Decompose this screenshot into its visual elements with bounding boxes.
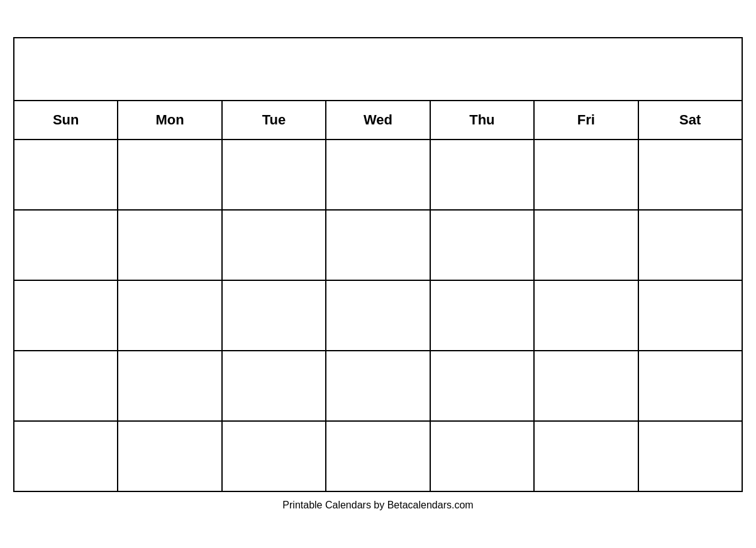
- cell-r1-thu: [431, 140, 535, 209]
- cell-r5-mon: [118, 422, 222, 491]
- calendar-row-2: [14, 211, 742, 281]
- cell-r3-wed: [326, 281, 430, 350]
- cell-r1-sun: [14, 140, 118, 209]
- cell-r3-thu: [431, 281, 535, 350]
- cell-r2-tue: [223, 211, 326, 280]
- cell-r3-sat: [639, 281, 742, 350]
- calendar-row-5: [14, 422, 742, 491]
- header-wed: Wed: [326, 101, 430, 139]
- cell-r5-thu: [431, 422, 535, 491]
- cell-r1-tue: [223, 140, 326, 209]
- header-mon: Mon: [118, 101, 222, 139]
- cell-r1-wed: [326, 140, 430, 209]
- cell-r5-sun: [14, 422, 118, 491]
- calendar-row-4: [14, 351, 742, 422]
- cell-r2-fri: [535, 211, 638, 280]
- calendar-body: [14, 140, 742, 491]
- cell-r4-fri: [535, 351, 638, 420]
- header-thu: Thu: [431, 101, 535, 139]
- cell-r2-sun: [14, 211, 118, 280]
- calendar-title-row: [14, 38, 742, 101]
- cell-r2-mon: [118, 211, 222, 280]
- cell-r5-sat: [639, 422, 742, 491]
- cell-r4-sat: [639, 351, 742, 420]
- cell-r2-sat: [639, 211, 742, 280]
- cell-r3-fri: [535, 281, 638, 350]
- cell-r3-tue: [223, 281, 326, 350]
- cell-r4-thu: [431, 351, 535, 420]
- calendar-row-3: [14, 281, 742, 351]
- header-sun: Sun: [14, 101, 118, 139]
- cell-r3-mon: [118, 281, 222, 350]
- cell-r1-fri: [535, 140, 638, 209]
- cell-r4-sun: [14, 351, 118, 420]
- cell-r4-mon: [118, 351, 222, 420]
- calendar-header-row: Sun Mon Tue Wed Thu Fri Sat: [14, 101, 742, 140]
- cell-r2-wed: [326, 211, 430, 280]
- cell-r1-sat: [639, 140, 742, 209]
- header-sat: Sat: [639, 101, 742, 139]
- cell-r3-sun: [14, 281, 118, 350]
- calendar-wrapper: Sun Mon Tue Wed Thu Fri Sat: [13, 37, 743, 511]
- cell-r4-wed: [326, 351, 430, 420]
- header-fri: Fri: [535, 101, 638, 139]
- calendar-container: Sun Mon Tue Wed Thu Fri Sat: [13, 37, 743, 492]
- cell-r5-fri: [535, 422, 638, 491]
- cell-r5-wed: [326, 422, 430, 491]
- calendar-row-1: [14, 140, 742, 211]
- cell-r2-thu: [431, 211, 535, 280]
- footer-text: Printable Calendars by Betacalendars.com: [13, 500, 743, 511]
- cell-r5-tue: [223, 422, 326, 491]
- header-tue: Tue: [223, 101, 326, 139]
- cell-r1-mon: [118, 140, 222, 209]
- cell-r4-tue: [223, 351, 326, 420]
